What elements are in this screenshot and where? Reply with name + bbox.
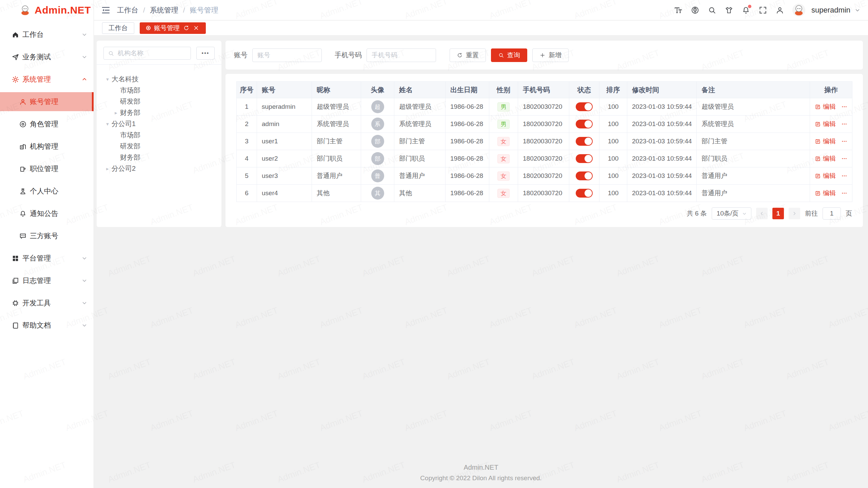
next-page-button[interactable] — [789, 208, 800, 219]
tree-node[interactable]: 市场部 — [103, 129, 219, 141]
notification-icon[interactable] — [742, 6, 750, 15]
refresh-icon[interactable] — [183, 25, 190, 31]
topbar-actions: superadmin — [674, 4, 868, 17]
sidebar-item-business-test[interactable]: 业务测试 — [0, 47, 94, 66]
tree-node[interactable]: 市场部 — [103, 85, 219, 96]
cell-remark: 系统管理员 — [697, 116, 810, 133]
logo-monk-icon — [19, 4, 31, 16]
row-more-icon[interactable] — [841, 155, 847, 162]
accounts-table-panel: 序号 账号 昵称 头像 姓名 出生日期 性别 手机号码 状态 排序 修改时间 备… — [225, 74, 863, 227]
tree-node[interactable]: 财务部 — [103, 107, 219, 118]
org-name-search-field[interactable] — [103, 47, 191, 60]
logo-text: Admin.NET — [35, 4, 91, 16]
language-icon[interactable] — [691, 6, 699, 15]
edit-icon — [815, 190, 821, 196]
sidebar-item-account-management[interactable]: 账号管理 — [0, 92, 94, 111]
goto-page-input[interactable] — [823, 207, 841, 220]
cell-account: user3 — [257, 167, 312, 185]
row-more-icon[interactable] — [841, 189, 847, 197]
cell-nickname: 部门主管 — [312, 133, 361, 150]
edit-button[interactable]: 编辑 — [815, 154, 836, 163]
tree-node-label: 分公司1 — [112, 119, 136, 128]
sidebar-item-role-management[interactable]: 角色管理 — [0, 115, 94, 134]
edit-button[interactable]: 编辑 — [815, 120, 836, 128]
row-more-icon[interactable] — [841, 172, 847, 180]
sidebar-item-platform-management[interactable]: 平台管理 — [0, 249, 94, 268]
sidebar-item-third-party-account[interactable]: 三方账号 — [0, 226, 94, 245]
chevron-left-icon — [759, 211, 765, 216]
status-toggle[interactable] — [576, 137, 593, 146]
status-toggle[interactable] — [576, 102, 593, 111]
status-toggle[interactable] — [576, 189, 593, 198]
cell-name: 其他 — [394, 185, 446, 202]
row-more-icon[interactable] — [841, 120, 847, 128]
add-button[interactable]: 新增 — [532, 48, 569, 62]
reset-button[interactable]: 重置 — [450, 48, 486, 62]
page-size-select[interactable]: 10条/页 — [712, 207, 751, 220]
cell-index: 3 — [237, 133, 257, 150]
chip-icon — [12, 299, 19, 307]
account-input[interactable] — [252, 48, 322, 62]
fullscreen-icon[interactable] — [758, 6, 767, 15]
col-order: 排序 — [599, 82, 627, 98]
query-button[interactable]: 查询 — [491, 48, 527, 62]
tree-node[interactable]: 财务部 — [103, 152, 219, 163]
row-more-icon[interactable] — [841, 103, 847, 110]
sidebar-item-dev-tools[interactable]: 开发工具 — [0, 293, 94, 312]
theme-icon[interactable] — [725, 6, 733, 15]
tree-caret-icon[interactable] — [103, 166, 112, 172]
sidebar-item-workbench[interactable]: 工作台 — [0, 25, 94, 44]
user-avatar[interactable] — [792, 4, 805, 17]
breadcrumb-item[interactable]: 系统管理 — [150, 5, 178, 15]
sidebar-item-log-management[interactable]: 日志管理 — [0, 271, 94, 290]
current-page-button[interactable]: 1 — [772, 208, 784, 219]
user-icon[interactable] — [775, 6, 784, 15]
cell-index: 4 — [237, 150, 257, 167]
sidebar-item-help-docs[interactable]: 帮助文档 — [0, 316, 94, 335]
sidebar-item-notice[interactable]: 通知公告 — [0, 204, 94, 223]
more-dots-icon: ••• — [202, 50, 210, 56]
tree-node[interactable]: 大名科技 — [103, 74, 219, 85]
cell-order: 100 — [599, 185, 627, 202]
edit-button[interactable]: 编辑 — [815, 171, 836, 180]
sidebar-item-org-management[interactable]: 机构管理 — [0, 137, 94, 156]
toggle-knob — [585, 155, 592, 162]
edit-button[interactable]: 编辑 — [815, 137, 836, 146]
tab-account-management[interactable]: 账号管理 — [140, 22, 206, 34]
row-more-icon[interactable] — [841, 138, 847, 145]
edit-icon — [815, 156, 821, 162]
edit-button[interactable]: 编辑 — [815, 102, 836, 111]
phone-label: 手机号码 — [335, 50, 362, 60]
breadcrumb-item[interactable]: 工作台 — [117, 5, 138, 15]
tree-caret-icon[interactable] — [112, 110, 120, 116]
refresh-icon — [457, 52, 463, 58]
sidebar-item-position-management[interactable]: 职位管理 — [0, 159, 94, 178]
chevron-down-icon — [81, 255, 87, 261]
tab-workbench[interactable]: 工作台 — [102, 22, 134, 34]
tree-caret-icon[interactable] — [103, 76, 112, 82]
prev-page-button[interactable] — [756, 208, 768, 219]
search-icon[interactable] — [708, 6, 716, 15]
edit-button[interactable]: 编辑 — [815, 189, 836, 198]
status-toggle[interactable] — [576, 120, 593, 128]
sidebar-item-system-management[interactable]: 系统管理 — [0, 70, 94, 89]
menu-collapse-icon[interactable] — [101, 5, 111, 15]
tree-caret-icon[interactable] — [103, 121, 112, 127]
phone-input[interactable] — [367, 48, 436, 62]
username[interactable]: superadmin — [811, 6, 850, 15]
sidebar-item-personal-center[interactable]: 个人中心 — [0, 182, 94, 201]
cell-phone: 18020030720 — [518, 167, 569, 185]
font-size-icon[interactable] — [674, 6, 683, 15]
col-actions: 操作 — [810, 82, 852, 98]
status-toggle[interactable] — [576, 171, 593, 180]
tree-node[interactable]: 分公司2 — [103, 163, 219, 174]
org-name-input[interactable] — [117, 49, 186, 57]
col-index: 序号 — [237, 82, 257, 98]
tree-node[interactable]: 研发部 — [103, 96, 219, 107]
status-toggle[interactable] — [576, 154, 593, 163]
chevron-down-icon — [81, 300, 87, 306]
tree-node[interactable]: 研发部 — [103, 141, 219, 152]
close-icon[interactable] — [193, 25, 199, 31]
org-more-button[interactable]: ••• — [196, 47, 215, 60]
tree-node[interactable]: 分公司1 — [103, 118, 219, 129]
